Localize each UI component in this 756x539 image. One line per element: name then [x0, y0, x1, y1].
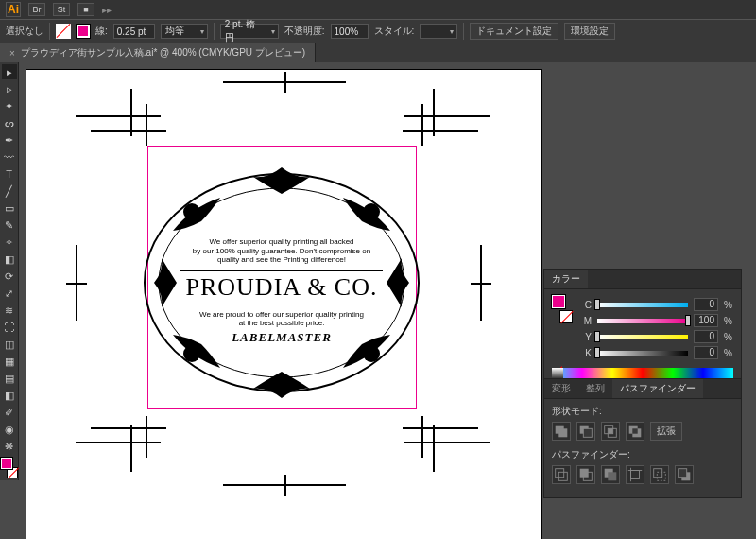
color-channel-c: C0% [578, 298, 733, 311]
close-tab-icon[interactable]: × [9, 48, 15, 59]
perspective-tool[interactable]: ▦ [2, 354, 17, 369]
channel-slider[interactable] [597, 333, 688, 340]
style-label: スタイル: [374, 25, 415, 38]
direct-selection-tool[interactable]: ▹ [2, 81, 17, 96]
brush-select[interactable]: 2 pt. 楕円 [220, 24, 279, 39]
intersect-button[interactable] [601, 422, 620, 441]
width-tool[interactable]: ≋ [2, 303, 17, 318]
panel-tab[interactable]: ■ [77, 3, 94, 16]
svg-rect-17 [558, 472, 567, 480]
pen-tool[interactable]: ✒ [2, 132, 17, 148]
svg-rect-12 [608, 428, 612, 433]
merge-button[interactable] [601, 465, 620, 484]
selection-tool[interactable]: ▸ [2, 64, 17, 79]
gradient-tool[interactable]: ◧ [2, 388, 17, 403]
divide-button[interactable] [552, 465, 571, 484]
channel-slider[interactable] [597, 301, 688, 308]
document-title: プラウディア街サンプル入稿.ai* @ 400% (CMYK/GPU プレビュー… [21, 46, 305, 60]
document-setup-button[interactable]: ドキュメント設定 [470, 23, 558, 40]
svg-rect-9 [583, 428, 592, 437]
mesh-tool[interactable]: ▤ [2, 371, 17, 386]
svg-rect-26 [657, 472, 665, 480]
svg-rect-7 [558, 428, 567, 437]
svg-rect-22 [631, 471, 640, 479]
stroke-swatch[interactable] [77, 25, 90, 38]
shape-builder-tool[interactable]: ◫ [2, 337, 17, 352]
scale-tool[interactable]: ⤢ [2, 286, 17, 301]
outline-button[interactable] [650, 465, 669, 484]
channel-value-input[interactable]: 0 [694, 346, 718, 359]
percent-label: % [724, 300, 733, 310]
tab-color[interactable]: カラー [544, 270, 588, 288]
rectangle-tool[interactable]: ▭ [2, 200, 17, 216]
opacity-input[interactable]: 100% [331, 24, 369, 39]
color-channel-k: K0% [578, 346, 733, 359]
fill-color-icon[interactable] [1, 458, 12, 469]
type-tool[interactable]: T [2, 166, 17, 182]
free-transform-tool[interactable]: ⛶ [2, 320, 17, 335]
control-bar: 選択なし 線: 0.25 pt 均等 2 pt. 楕円 不透明度: 100% ス… [0, 19, 756, 43]
minus-front-button[interactable] [576, 422, 595, 441]
crop-mark-tl-inner [91, 104, 176, 151]
unite-button[interactable] [552, 422, 571, 441]
divider [49, 23, 50, 40]
opacity-label: 不透明度: [284, 25, 325, 38]
blend-tool[interactable]: ◉ [2, 422, 17, 437]
stock-tab[interactable]: St [53, 3, 70, 16]
shaper-tool[interactable]: ✧ [2, 235, 17, 250]
color-panel: カラー C0%M100%Y0%K0% [543, 269, 742, 388]
style-select[interactable] [420, 24, 457, 39]
crop-mark-tr-inner [393, 104, 478, 151]
label-artwork: We offer superior quality printing all b… [135, 160, 428, 406]
color-channel-y: Y0% [578, 330, 733, 343]
tab-transform[interactable]: 変形 [544, 379, 578, 398]
pathfinder-panel: 変形 整列 パスファインダー 形状モード: 拡張 パスファインダー: [543, 378, 742, 498]
crop-button[interactable] [626, 465, 644, 484]
fill-swatch-none[interactable] [56, 24, 71, 39]
curvature-tool[interactable]: 〰 [2, 149, 17, 165]
eraser-tool[interactable]: ◧ [2, 252, 17, 267]
panel-fill-stroke-swatches[interactable] [552, 295, 573, 356]
line-tool[interactable]: ╱ [2, 183, 17, 199]
panel-tab-bar: 変形 整列 パスファインダー [544, 379, 741, 399]
channel-label: Y [578, 332, 592, 342]
channel-slider[interactable] [597, 349, 688, 356]
symbol-sprayer-tool[interactable]: ❋ [2, 439, 17, 454]
rotate-tool[interactable]: ⟳ [2, 269, 17, 284]
exclude-button[interactable] [626, 422, 644, 441]
channel-value-input[interactable]: 0 [694, 298, 718, 311]
svg-rect-25 [654, 469, 662, 478]
menubar: Ai Br St ■ ▸▸ [0, 0, 756, 19]
tab-pathfinder[interactable]: パスファインダー [612, 379, 703, 398]
paintbrush-tool[interactable]: ✎ [2, 217, 17, 233]
stroke-label: 線: [95, 25, 108, 38]
bridge-tab[interactable]: Br [28, 3, 45, 16]
preferences-button[interactable]: 環境設定 [564, 23, 615, 40]
workspace-arrows-icon[interactable]: ▸▸ [102, 5, 112, 15]
eyedropper-tool[interactable]: ✐ [2, 405, 17, 420]
trim-button[interactable] [576, 465, 595, 484]
svg-rect-18 [580, 469, 589, 478]
channel-slider[interactable] [597, 317, 688, 324]
channel-value-input[interactable]: 0 [694, 330, 718, 343]
magic-wand-tool[interactable]: ✦ [2, 98, 17, 113]
stroke-width-input[interactable]: 0.25 pt [113, 24, 155, 39]
tab-align[interactable]: 整列 [578, 379, 612, 398]
panel-tab-bar: カラー [544, 270, 741, 289]
svg-rect-15 [632, 428, 637, 433]
crop-mark-br-inner [393, 410, 478, 458]
expand-button[interactable]: 拡張 [650, 422, 682, 441]
channel-value-input[interactable]: 100 [694, 314, 718, 327]
svg-rect-21 [608, 472, 616, 480]
ornament-frame-icon [135, 160, 428, 406]
lasso-tool[interactable]: ᔕ [2, 115, 17, 130]
divider [214, 23, 215, 40]
percent-label: % [724, 332, 733, 342]
artboard: We offer superior quality printing all b… [26, 70, 541, 539]
minus-back-button[interactable] [675, 465, 694, 484]
divider [463, 23, 464, 40]
document-tab[interactable]: × プラウディア街サンプル入稿.ai* @ 400% (CMYK/GPU プレビ… [0, 43, 316, 62]
fill-stroke-swatches[interactable] [1, 458, 18, 478]
document-tab-bar: × プラウディア街サンプル入稿.ai* @ 400% (CMYK/GPU プレビ… [0, 43, 756, 62]
stroke-profile-select[interactable]: 均等 [161, 24, 208, 39]
